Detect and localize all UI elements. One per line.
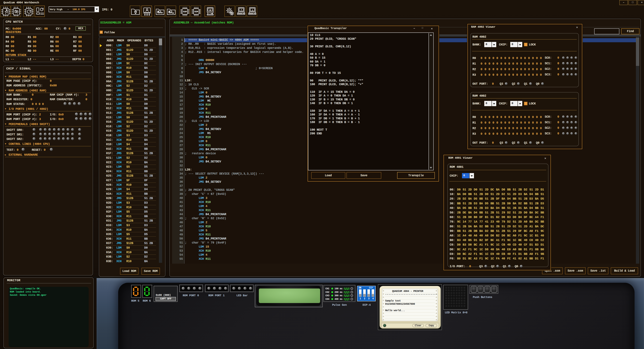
svg-text:QB: QB (209, 9, 212, 11)
svg-text:?: ? (240, 9, 242, 11)
svg-text:ROM: ROM (194, 11, 198, 13)
svg-text:i: i (252, 9, 253, 11)
svg-text:RAM: RAM (183, 11, 187, 13)
